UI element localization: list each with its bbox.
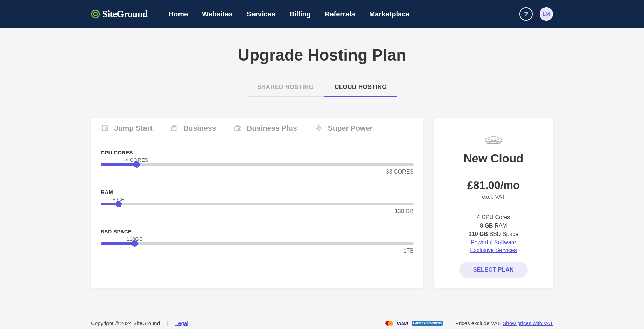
spec-cpu: 4 CPU Cores bbox=[441, 214, 546, 220]
visa-icon: VISA bbox=[397, 320, 409, 326]
link-exclusive-services[interactable]: Exclusive Services bbox=[441, 247, 546, 253]
main-nav: Home Websites Services Billing Referrals… bbox=[169, 10, 410, 18]
preset-label: Jump Start bbox=[114, 124, 153, 132]
summary-vat-note: excl. VAT bbox=[441, 194, 546, 200]
header-right: ? LM bbox=[519, 7, 553, 21]
spec-ssd-label: SSD Space bbox=[488, 231, 518, 237]
footer-legal-link[interactable]: Legal bbox=[175, 320, 188, 326]
slider-ram: RAM 8 GB 130 GB bbox=[101, 189, 414, 215]
spec-ssd: 110 GB SSD Space bbox=[441, 231, 546, 237]
payment-icons: VISA AMERICAN EXPRESS bbox=[385, 320, 443, 326]
hosting-type-tabs: SHARED HOSTING CLOUD HOSTING bbox=[247, 78, 397, 97]
slider-cpu-max: 33 CORES bbox=[101, 169, 414, 175]
preset-label: Super Power bbox=[328, 124, 373, 132]
nav-home[interactable]: Home bbox=[169, 10, 188, 18]
logo[interactable]: SiteGround bbox=[91, 8, 148, 20]
svg-rect-3 bbox=[172, 127, 177, 131]
nav-billing[interactable]: Billing bbox=[289, 10, 311, 18]
summary-price: £81.00/mo bbox=[441, 179, 546, 192]
slider-cpu-fill bbox=[101, 163, 137, 166]
footer-left: Copyright © 2024 SiteGround | Legal bbox=[91, 320, 188, 326]
footer-vat-link[interactable]: Show prices with VAT bbox=[503, 320, 553, 326]
select-plan-button[interactable]: SELECT PLAN bbox=[459, 262, 528, 278]
spec-ram-label: RAM bbox=[493, 223, 507, 229]
nav-referrals[interactable]: Referrals bbox=[325, 10, 355, 18]
slider-ram-thumb[interactable] bbox=[115, 201, 122, 207]
tab-cloud-hosting[interactable]: CLOUD HOSTING bbox=[324, 79, 397, 97]
footer-divider: | bbox=[167, 320, 168, 326]
slider-ram-track-wrap: 8 GB bbox=[101, 196, 414, 205]
slider-cpu-thumb[interactable] bbox=[134, 161, 140, 168]
footer-vat-text: Prices exclude VAT. Show prices with VAT bbox=[455, 320, 553, 326]
config-card: Jump Start Business Business Plus Super … bbox=[91, 118, 424, 288]
header-left: SiteGround Home Websites Services Billin… bbox=[91, 8, 410, 20]
logo-icon bbox=[91, 9, 100, 19]
slider-cpu-track-wrap: 4 CORES bbox=[101, 157, 414, 166]
slider-ram-track[interactable] bbox=[101, 203, 414, 205]
preset-label: Business bbox=[183, 124, 216, 132]
slider-ssd: SSD SPACE 110GB 1TB bbox=[101, 229, 414, 254]
spec-cpu-val: 4 bbox=[477, 214, 480, 220]
help-icon[interactable]: ? bbox=[519, 7, 533, 21]
sliders-area: CPU CORES 4 CORES 33 CORES RAM 8 GB bbox=[91, 139, 424, 275]
business-plus-icon bbox=[233, 124, 242, 132]
super-power-icon bbox=[315, 124, 323, 132]
summary-title: New Cloud bbox=[441, 152, 546, 165]
presets-row: Jump Start Business Business Plus Super … bbox=[91, 118, 424, 139]
slider-ssd-fill bbox=[101, 242, 135, 245]
svg-point-7 bbox=[388, 321, 393, 326]
amex-icon: AMERICAN EXPRESS bbox=[412, 321, 443, 326]
jump-start-icon bbox=[101, 124, 109, 132]
cloud-icon bbox=[481, 132, 506, 146]
nav-services[interactable]: Services bbox=[247, 10, 275, 18]
footer-copyright: Copyright © 2024 SiteGround bbox=[91, 320, 160, 326]
slider-ssd-max: 1TB bbox=[101, 248, 414, 254]
slider-ssd-thumb[interactable] bbox=[132, 240, 138, 247]
nav-marketplace[interactable]: Marketplace bbox=[369, 10, 410, 18]
spec-ram-val: 8 GB bbox=[480, 223, 493, 229]
tab-shared-hosting[interactable]: SHARED HOSTING bbox=[247, 79, 324, 97]
slider-cpu-label: CPU CORES bbox=[101, 149, 414, 155]
preset-super-power[interactable]: Super Power bbox=[315, 124, 373, 132]
slider-ssd-track[interactable] bbox=[101, 242, 414, 245]
slider-ram-label: RAM bbox=[101, 189, 414, 195]
preset-business[interactable]: Business bbox=[170, 124, 216, 132]
nav-websites[interactable]: Websites bbox=[202, 10, 232, 18]
business-icon bbox=[170, 124, 178, 132]
avatar[interactable]: LM bbox=[540, 7, 553, 21]
spec-ssd-val: 110 GB bbox=[469, 231, 488, 237]
mastercard-icon bbox=[385, 321, 394, 326]
main: Upgrade Hosting Plan SHARED HOSTING CLOU… bbox=[0, 28, 644, 288]
preset-business-plus[interactable]: Business Plus bbox=[233, 124, 297, 132]
footer-right: VISA AMERICAN EXPRESS | Prices exclude V… bbox=[385, 320, 553, 326]
footer: Copyright © 2024 SiteGround | Legal VISA… bbox=[0, 315, 644, 329]
preset-jump-start[interactable]: Jump Start bbox=[101, 124, 153, 132]
slider-ssd-label: SSD SPACE bbox=[101, 229, 414, 234]
logo-text: SiteGround bbox=[102, 8, 148, 20]
content-row: Jump Start Business Business Plus Super … bbox=[91, 118, 553, 288]
summary-card: New Cloud £81.00/mo excl. VAT 4 CPU Core… bbox=[434, 118, 553, 288]
slider-cpu-track[interactable] bbox=[101, 163, 414, 166]
slider-ssd-track-wrap: 110GB bbox=[101, 236, 414, 245]
svg-point-0 bbox=[92, 10, 99, 18]
preset-label: Business Plus bbox=[247, 124, 297, 132]
spec-cpu-label: CPU Cores bbox=[480, 214, 510, 220]
link-powerful-software[interactable]: Powerful Software bbox=[441, 239, 546, 246]
footer-divider-2: | bbox=[448, 320, 450, 326]
page-title: Upgrade Hosting Plan bbox=[91, 46, 553, 64]
svg-point-1 bbox=[94, 12, 97, 16]
header: SiteGround Home Websites Services Billin… bbox=[0, 0, 644, 28]
spec-ram: 8 GB RAM bbox=[441, 223, 546, 229]
slider-cpu: CPU CORES 4 CORES 33 CORES bbox=[101, 149, 414, 175]
slider-ram-max: 130 GB bbox=[101, 208, 414, 215]
